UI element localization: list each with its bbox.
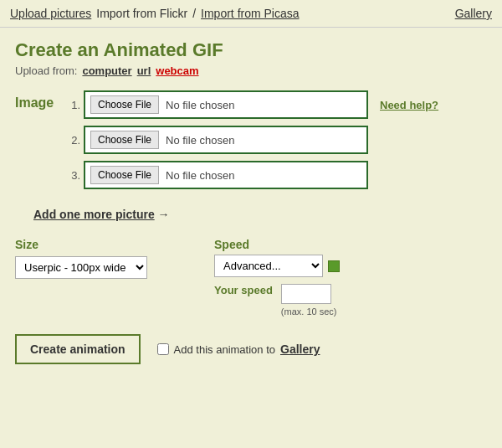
size-select[interactable]: Userpic - 100px wide Small - 200px wide …: [15, 256, 147, 279]
image-section-label: Image: [15, 90, 57, 196]
settings-section: Size Userpic - 100px wide Small - 200px …: [15, 238, 487, 317]
nav-separator-1: Import from Flickr: [96, 7, 187, 20]
add-more-arrow: →: [158, 208, 170, 221]
add-more-row: Add one more picture →: [33, 208, 487, 221]
image-section: Image 1. Choose File No file chosen Need…: [15, 90, 487, 196]
row-number-3: 3.: [65, 169, 80, 182]
add-more-link[interactable]: Add one more picture: [33, 208, 155, 221]
source-url-link[interactable]: url: [137, 64, 151, 77]
gallery-link[interactable]: Gallery: [280, 342, 320, 356]
upload-from-label: Upload from:: [15, 64, 77, 77]
create-animation-button[interactable]: Create animation: [15, 334, 141, 364]
choose-file-button-2[interactable]: Choose File: [90, 131, 159, 149]
source-webcam-link[interactable]: webcam: [156, 64, 198, 77]
nav-upload-pictures[interactable]: Upload pictures: [10, 7, 91, 20]
file-input-row-2: 2. Choose File No file chosen: [65, 126, 487, 154]
add-to-gallery-checkbox[interactable]: [157, 343, 169, 355]
source-computer-link[interactable]: computer: [82, 64, 131, 77]
row-number-1: 1.: [65, 99, 80, 111]
size-column: Size Userpic - 100px wide Small - 200px …: [15, 238, 147, 279]
file-input-wrapper-2: Choose File No file chosen: [84, 126, 368, 154]
your-speed-label: Your speed: [214, 284, 273, 298]
speed-column: Speed Advanced... Slow Medium Fast Your …: [214, 238, 340, 317]
nav-slash: /: [192, 7, 196, 20]
speed-label: Speed: [214, 238, 340, 251]
add-to-gallery-text: Add this animation to: [174, 343, 275, 356]
no-file-text-2: No file chosen: [166, 134, 234, 147]
nav-gallery[interactable]: Gallery: [455, 7, 492, 20]
page-title: Create an Animated GIF: [15, 39, 487, 61]
nav-import-picasa[interactable]: Import from Picasa: [201, 7, 299, 20]
need-help-link[interactable]: Need help?: [380, 99, 438, 111]
main-content: Create an Animated GIF Upload from: comp…: [0, 28, 502, 376]
max-note: (max. 10 sec): [281, 306, 337, 317]
file-input-row-1: 1. Choose File No file chosen Need help?: [65, 90, 487, 119]
speed-select[interactable]: Advanced... Slow Medium Fast: [214, 255, 323, 277]
gallery-checkbox-row: Add this animation to Gallery: [157, 342, 320, 356]
choose-file-button-3[interactable]: Choose File: [90, 166, 159, 184]
top-navigation: Upload pictures Import from Flickr / Imp…: [0, 0, 502, 28]
file-inputs-column: 1. Choose File No file chosen Need help?…: [65, 90, 487, 196]
size-label: Size: [15, 238, 147, 251]
choose-file-button-1[interactable]: Choose File: [90, 95, 159, 114]
green-square-icon: [328, 260, 340, 272]
row-number-2: 2.: [65, 134, 80, 147]
file-input-wrapper-3: Choose File No file chosen: [84, 161, 368, 189]
speed-row: Advanced... Slow Medium Fast: [214, 255, 340, 277]
your-speed-row: Your speed (max. 10 sec): [214, 284, 340, 317]
no-file-text-1: No file chosen: [166, 99, 234, 111]
your-speed-input-col: (max. 10 sec): [281, 284, 337, 317]
file-input-wrapper-1: Choose File No file chosen: [84, 90, 368, 119]
your-speed-input[interactable]: [281, 284, 331, 304]
no-file-text-3: No file chosen: [166, 169, 234, 182]
file-input-row-3: 3. Choose File No file chosen: [65, 161, 487, 189]
bottom-row: Create animation Add this animation to G…: [15, 334, 487, 364]
upload-from-row: Upload from: computer url webcam: [15, 64, 487, 77]
